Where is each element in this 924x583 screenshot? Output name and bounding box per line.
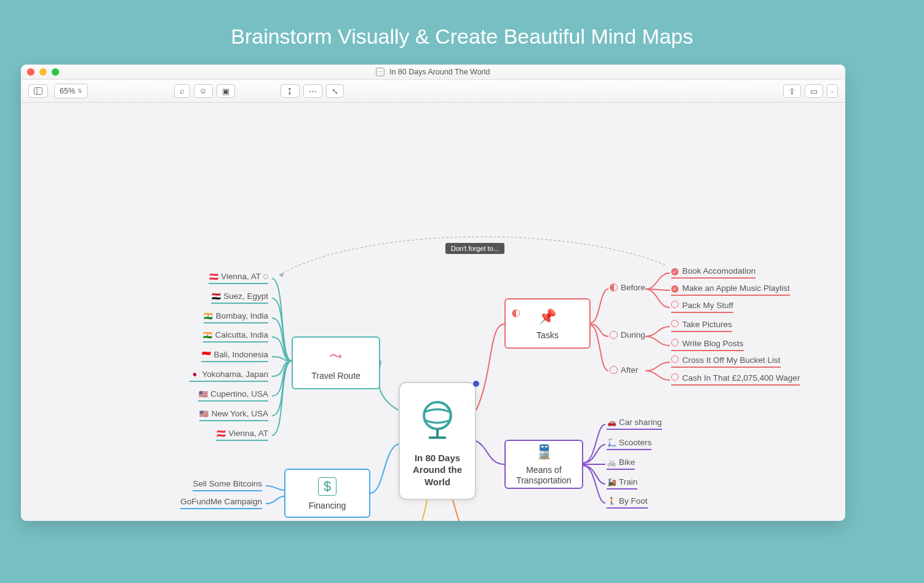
route-leaf[interactable]: 🇦🇹Vienna, AT <box>216 429 268 440</box>
toolbar-overflow-button[interactable]: ⋯ <box>303 84 322 98</box>
progress-icon <box>610 284 618 292</box>
progress-icon <box>610 331 618 339</box>
flag-icon: 🇯🇵 <box>189 370 199 379</box>
branch-financing[interactable]: $ Financing <box>284 469 370 518</box>
zoom-selector[interactable]: 65% ⇅ <box>54 84 88 98</box>
flag-icon: 🇦🇹 <box>209 272 218 281</box>
inspector-button[interactable]: ▭ <box>805 84 823 98</box>
transport-emoji-icon: 🚲 <box>607 458 616 467</box>
task-group-during[interactable]: During <box>610 330 645 339</box>
selection-handle[interactable] <box>473 381 479 387</box>
train-icon: 🚆 <box>536 444 552 460</box>
toolbar-checkmark-button[interactable]: ⌕ <box>174 84 190 98</box>
task-leaf[interactable]: Pack My Stuff <box>671 301 733 312</box>
branch-finance-label: Financing <box>309 501 346 510</box>
chevron-updown-icon: ⇅ <box>78 88 82 94</box>
share-icon: ⇪ <box>789 87 795 96</box>
toolbar-image-button[interactable]: ▣ <box>217 84 235 98</box>
task-group-before[interactable]: Before <box>610 283 645 292</box>
document-title-text: In 80 Days Around The World <box>389 68 490 76</box>
attachment-marker-icon <box>263 274 268 279</box>
task-group-after[interactable]: After <box>610 365 639 375</box>
transport-emoji-icon: 🚂 <box>607 478 616 486</box>
connector-label-tooltip: Don't forget to... <box>445 243 504 254</box>
connector-icon: ⭥ <box>286 87 294 95</box>
page-heading: Brainstorm Visually & Create Beautiful M… <box>0 0 924 65</box>
globe-icon <box>413 395 461 443</box>
unchecked-icon <box>671 355 679 363</box>
route-leaf[interactable]: 🇺🇸Cupertino, USA <box>198 389 268 400</box>
sidebar-icon <box>34 87 42 95</box>
checked-icon: ✓ <box>671 268 679 276</box>
central-node-title: In 80 Days Around the World <box>406 452 469 488</box>
svg-rect-0 <box>34 88 42 95</box>
money-icon: $ <box>318 477 337 496</box>
panel-icon: ▭ <box>810 87 818 96</box>
transport-leaf[interactable]: 🛴Scooters <box>607 438 651 449</box>
task-leaf[interactable]: Take Pictures <box>671 320 732 331</box>
branch-transport[interactable]: 🚆 Means of Transportation <box>504 440 583 489</box>
document-icon: ⋯ <box>376 68 384 76</box>
flag-icon: 🇺🇸 <box>198 390 208 399</box>
branch-tasks[interactable]: 📌 Tasks <box>504 298 591 349</box>
transport-emoji-icon: 🛴 <box>607 438 616 447</box>
flag-icon: 🇮🇳 <box>204 312 213 320</box>
task-leaf[interactable]: ✓Book Accomodation <box>671 266 755 277</box>
sidebar-toggle-button[interactable] <box>28 84 48 98</box>
toolbar-smiley-button[interactable]: ☺ <box>194 84 213 98</box>
toolbar: 65% ⇅ ⌕ ☺ ▣ ⭥ ⋯ ⤡ ⇪ ▭ ⌄ <box>21 80 845 103</box>
chevron-down-icon: ⌄ <box>830 88 835 94</box>
dropdown-button[interactable]: ⌄ <box>827 84 838 98</box>
unchecked-icon <box>671 301 679 308</box>
task-leaf[interactable]: Cash In That £2,075,400 Wager <box>671 373 800 384</box>
zoom-value: 65% <box>60 87 75 95</box>
route-leaf[interactable]: 🇮🇳Bombay, India <box>204 311 268 322</box>
route-leaf[interactable]: 🇮🇳Calcutta, India <box>203 330 268 341</box>
progress-icon <box>610 366 618 374</box>
mindmap-canvas[interactable]: Don't forget to... In 80 Days Around the… <box>21 103 845 521</box>
collapse-icon: ⤡ <box>332 87 338 96</box>
document-title: ⋯ In 80 Days Around The World <box>21 68 845 77</box>
task-leaf[interactable]: Cross It Off My Bucket List <box>671 355 781 367</box>
transport-leaf[interactable]: 🚂Train <box>607 477 637 488</box>
route-leaf[interactable]: 🇮🇩Bali, Indonesia <box>201 350 268 361</box>
route-leaf[interactable]: 🇺🇸New York, USA <box>199 409 268 420</box>
flag-icon: 🇦🇹 <box>216 429 226 438</box>
central-node[interactable]: In 80 Days Around the World <box>399 382 476 500</box>
app-window: ⋯ In 80 Days Around The World 65% ⇅ ⌕ ☺ … <box>21 65 845 521</box>
unchecked-icon <box>671 339 679 346</box>
transport-emoji-icon: 🚶 <box>607 497 616 506</box>
route-leaf[interactable]: 🇪🇬Suez, Egypt <box>211 292 268 303</box>
check-circle-icon: ⌕ <box>180 87 185 95</box>
flag-icon: 🇮🇩 <box>201 351 211 359</box>
toolbar-connect-button[interactable]: ⭥ <box>281 84 300 98</box>
route-leaf[interactable]: 🇯🇵Yokohama, Japan <box>189 370 268 381</box>
toolbar-collapse-button[interactable]: ⤡ <box>326 84 344 98</box>
share-button[interactable]: ⇪ <box>783 84 801 98</box>
unchecked-icon <box>671 373 679 381</box>
branch-tasks-label: Tasks <box>536 330 559 340</box>
branch-route-label: Travel Route <box>311 371 360 381</box>
finance-leaf[interactable]: GoFundMe Campaign <box>180 497 262 508</box>
checked-icon: ✓ <box>671 285 679 293</box>
progress-circle-icon <box>512 308 523 318</box>
route-leaf[interactable]: 🇦🇹Vienna, AT <box>209 272 268 283</box>
route-icon: ⤳ <box>329 347 343 366</box>
smile-icon: ☺ <box>199 87 207 95</box>
task-leaf[interactable]: ✓Make an Apple Music Playlist <box>671 284 790 295</box>
finance-leaf[interactable]: Sell Some Bitcoins <box>193 479 262 490</box>
image-icon: ▣ <box>222 87 229 96</box>
pin-icon: 📌 <box>538 308 557 325</box>
task-leaf[interactable]: Write Blog Posts <box>671 339 744 350</box>
transport-leaf[interactable]: 🚗Car sharing <box>607 418 662 429</box>
window-titlebar: ⋯ In 80 Days Around The World <box>21 65 845 80</box>
branch-travel-route[interactable]: ⤳ Travel Route <box>292 336 380 389</box>
branch-transport-label: Means of Transportation <box>514 465 573 486</box>
more-icon: ⋯ <box>309 87 317 96</box>
transport-emoji-icon: 🚗 <box>607 418 616 427</box>
flag-icon: 🇺🇸 <box>199 410 209 418</box>
transport-leaf[interactable]: 🚶By Foot <box>607 496 648 507</box>
flag-icon: 🇮🇳 <box>203 331 213 339</box>
transport-leaf[interactable]: 🚲Bike <box>607 458 635 469</box>
flag-icon: 🇪🇬 <box>211 292 221 301</box>
